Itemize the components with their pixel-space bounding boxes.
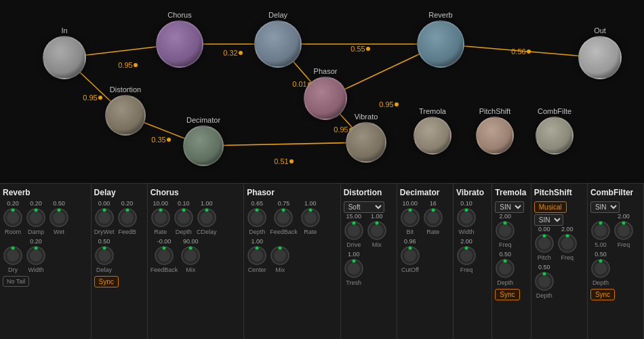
node-out[interactable]: Out xyxy=(578,26,622,79)
pitchshift-knob-0[interactable]: 0.00Pitch xyxy=(534,226,555,261)
node-vibrato[interactable]: Vibrato xyxy=(346,113,386,163)
distortion-knob-svg-2[interactable] xyxy=(344,258,364,279)
phasor-knob-svg-4[interactable] xyxy=(270,245,290,266)
tremola-sync-button[interactable]: Sync xyxy=(495,289,519,300)
reverb-knob-2[interactable]: 0.50Wet xyxy=(49,200,69,235)
delay-sync-button[interactable]: Sync xyxy=(94,276,119,287)
chorus-knob-svg-3[interactable] xyxy=(154,245,174,266)
chorus-knob-svg-4[interactable] xyxy=(180,245,201,266)
node-combfilte[interactable]: CombFilte xyxy=(536,107,573,155)
node-circle-decimator[interactable] xyxy=(183,125,224,166)
combfilter-knob-1[interactable]: 2.00Freq xyxy=(613,213,634,248)
tremola-wave-select[interactable]: SIN xyxy=(495,201,524,213)
decimator-knob-svg-2[interactable] xyxy=(400,245,420,266)
tremola-knob-svg-0[interactable] xyxy=(495,220,515,241)
combfilter-knob-svg-0[interactable] xyxy=(590,220,611,241)
decimator-knob-2[interactable]: 0.96CutOff xyxy=(400,238,420,273)
phasor-knob-svg-0[interactable] xyxy=(247,207,267,228)
combfilter-knob-svg-1[interactable] xyxy=(613,220,634,241)
tremola-knob-0[interactable]: 2.00Freq xyxy=(495,213,515,248)
pitchshift-knob-svg-2[interactable] xyxy=(534,271,555,292)
vibrato-knob-svg-1[interactable] xyxy=(456,245,477,266)
reverb-knob-4[interactable]: 0.20Width xyxy=(26,238,46,273)
node-chorus[interactable]: Chorus xyxy=(156,11,203,68)
reverb-knob-svg-3[interactable] xyxy=(3,245,23,266)
reverb-notail-button[interactable]: No Tail xyxy=(3,276,29,287)
pitchshift-musical-button[interactable]: Musical xyxy=(534,201,567,213)
chorus-knob-svg-2[interactable] xyxy=(197,207,217,228)
delay-knob-svg-2[interactable] xyxy=(94,245,115,266)
chorus-knob-0[interactable]: 10.00Rate xyxy=(150,200,171,235)
phasor-knob-svg-2[interactable] xyxy=(300,207,321,228)
node-circle-vibrato[interactable] xyxy=(346,122,386,163)
combfilter-sync-button[interactable]: Sync xyxy=(590,289,615,300)
reverb-knob-svg-4[interactable] xyxy=(26,245,46,266)
reverb-knob-0[interactable]: 0.20Room xyxy=(3,200,23,235)
chorus-knob-svg-0[interactable] xyxy=(150,207,171,228)
node-in[interactable]: In xyxy=(43,26,86,79)
delay-knob-svg-0[interactable] xyxy=(94,207,115,228)
chorus-knob-2[interactable]: 1.00CDelay xyxy=(197,200,217,235)
decimator-knob-0[interactable]: 10.00Bit xyxy=(400,200,420,235)
delay-knob-0[interactable]: 0.00DryWet xyxy=(94,200,115,235)
tremola-knob-1[interactable]: 0.50Depth xyxy=(495,251,515,286)
combfilter-knob-0[interactable]: 5.00 xyxy=(590,220,611,248)
phasor-knob-1[interactable]: 0.75FeedBack xyxy=(270,200,298,235)
pitchshift-knob-2[interactable]: 0.50Depth xyxy=(534,264,555,299)
node-circle-delay[interactable] xyxy=(254,20,302,68)
node-circle-in[interactable] xyxy=(43,36,86,79)
pitchshift-knob-svg-1[interactable] xyxy=(557,233,578,254)
phasor-knob-3[interactable]: 1.00Center xyxy=(247,238,267,273)
node-circle-reverb[interactable] xyxy=(417,20,464,68)
node-distortion[interactable]: Distortion xyxy=(105,85,146,136)
chorus-knob-1[interactable]: 0.10Depth xyxy=(174,200,194,235)
node-circle-chorus[interactable] xyxy=(156,20,203,68)
node-circle-out[interactable] xyxy=(578,36,622,79)
phasor-knob-4[interactable]: Mix xyxy=(270,245,290,273)
node-circle-phasor[interactable] xyxy=(304,77,347,120)
vibrato-knob-1[interactable]: 2.00Freq xyxy=(456,238,477,273)
combfilter-wave-select[interactable]: SIN xyxy=(590,201,620,213)
delay-knob-svg-1[interactable] xyxy=(117,207,138,228)
phasor-knob-2[interactable]: 1.00Rate xyxy=(300,200,321,235)
reverb-knob-1[interactable]: 0.20Damp xyxy=(26,200,46,235)
node-tremola[interactable]: Tremola xyxy=(414,107,451,155)
distortion-knob-0[interactable]: 15.00Drive xyxy=(344,213,364,248)
decimator-knob-1[interactable]: 16Rate xyxy=(423,200,443,235)
node-circle-distortion[interactable] xyxy=(105,95,146,136)
node-circle-pitchshift[interactable] xyxy=(476,117,514,155)
tremola-knob-svg-1[interactable] xyxy=(495,258,515,279)
distortion-knob-svg-1[interactable] xyxy=(367,220,387,241)
pitchshift-wave-select[interactable]: SIN xyxy=(534,214,563,226)
delay-knob-1[interactable]: 0.20FeedB xyxy=(117,200,138,235)
phasor-knob-svg-3[interactable] xyxy=(247,245,267,266)
chorus-knob-4[interactable]: 90.00Mix xyxy=(180,238,201,273)
node-pitchshift[interactable]: PitchShift xyxy=(476,107,514,155)
pitchshift-knob-1[interactable]: 2.00Freq xyxy=(557,226,578,261)
decimator-knob-svg-0[interactable] xyxy=(400,207,420,228)
node-decimator[interactable]: Decimator xyxy=(183,116,224,166)
node-circle-combfilte[interactable] xyxy=(536,117,573,155)
chorus-knob-3[interactable]: -0.00FeedBack xyxy=(150,238,178,273)
distortion-knob-1[interactable]: 1.00Mix xyxy=(367,213,387,248)
reverb-knob-svg-0[interactable] xyxy=(3,207,23,228)
phasor-knob-0[interactable]: 0.65Depth xyxy=(247,200,267,235)
node-delay[interactable]: Delay xyxy=(254,11,302,68)
reverb-knob-svg-2[interactable] xyxy=(49,207,69,228)
pitchshift-knob-svg-0[interactable] xyxy=(534,233,555,254)
chorus-knob-svg-1[interactable] xyxy=(174,207,194,228)
distortion-type-select[interactable]: Soft xyxy=(344,201,384,213)
node-phasor[interactable]: Phasor xyxy=(304,67,347,120)
combfilter-knob-2[interactable]: 0.50Depth xyxy=(590,251,611,286)
node-reverb[interactable]: Reverb xyxy=(417,11,464,68)
distortion-knob-svg-0[interactable] xyxy=(344,220,364,241)
reverb-knob-svg-1[interactable] xyxy=(26,207,46,228)
reverb-knob-3[interactable]: Dry xyxy=(3,245,23,273)
decimator-knob-svg-1[interactable] xyxy=(423,207,443,228)
phasor-knob-svg-1[interactable] xyxy=(273,207,294,228)
node-circle-tremola[interactable] xyxy=(414,117,451,155)
combfilter-knob-svg-2[interactable] xyxy=(590,258,611,279)
vibrato-knob-svg-0[interactable] xyxy=(456,207,477,228)
distortion-knob-2[interactable]: 1.00Tresh xyxy=(344,251,364,286)
delay-knob-2[interactable]: 0.50Delay xyxy=(94,238,115,273)
